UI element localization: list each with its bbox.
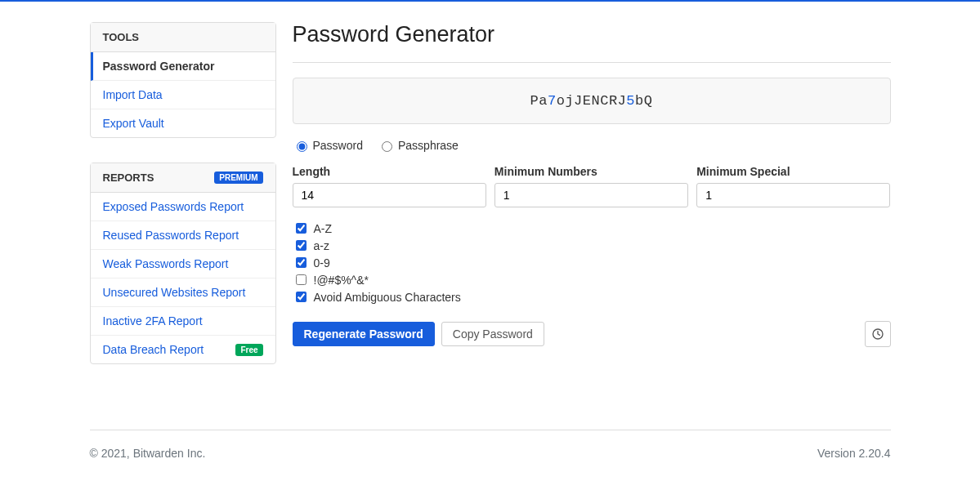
generated-password-display: Pa7ojJENCRJ5bQ [293,78,891,124]
radio-password-input[interactable] [297,141,307,152]
check-lowercase-input[interactable] [296,240,307,251]
sidebar-item-password-generator[interactable]: Password Generator [91,52,275,81]
check-lowercase-label: a-z [314,239,329,252]
check-lowercase[interactable]: a-z [293,238,891,253]
title-divider [293,62,891,63]
check-numbers[interactable]: 0-9 [293,255,891,270]
radio-passphrase-label: Passphrase [398,139,459,152]
sidebar-item-exposed-passwords[interactable]: Exposed Passwords Report [91,193,275,221]
check-uppercase[interactable]: A-Z [293,220,891,236]
tools-card: Tools Password Generator Import Data Exp… [90,22,276,138]
check-numbers-input[interactable] [296,257,307,268]
history-icon [871,327,884,341]
check-special-label: !@#$%^&* [314,274,369,287]
sidebar-item-label: Password Generator [103,60,215,73]
radio-passphrase-input[interactable] [382,141,392,152]
history-button[interactable] [865,321,891,347]
radio-passphrase[interactable]: Passphrase [378,139,459,152]
free-badge: Free [235,344,262,356]
length-input[interactable] [293,183,486,207]
page-title: Password Generator [293,22,891,47]
sidebar-item-label: Import Data [103,88,163,101]
sidebar-item-label: Unsecured Websites Report [103,286,246,299]
sidebar-item-label: Inactive 2FA Report [103,314,203,327]
sidebar-item-data-breach[interactable]: Data Breach Report Free [91,336,275,363]
password-type-radios: Password Passphrase [293,139,891,152]
sidebar-item-export-vault[interactable]: Export Vault [91,109,275,137]
regenerate-button[interactable]: Regenerate Password [293,322,435,346]
reports-card: Reports Premium Exposed Passwords Report… [90,163,276,364]
sidebar-item-import-data[interactable]: Import Data [91,81,275,109]
tools-header-label: Tools [103,31,140,43]
sidebar-item-label: Exposed Passwords Report [103,200,244,213]
footer-version: Version 2.20.4 [817,447,891,460]
check-ambiguous-label: Avoid Ambiguous Characters [314,291,461,304]
sidebar-item-inactive-2fa[interactable]: Inactive 2FA Report [91,307,275,336]
sidebar-item-weak-passwords[interactable]: Weak Passwords Report [91,250,275,278]
check-numbers-label: 0-9 [314,256,330,270]
check-uppercase-label: A-Z [314,222,333,235]
sidebar-item-label: Export Vault [103,117,164,130]
sidebar-item-label: Reused Passwords Report [103,229,239,242]
length-label: Length [293,165,486,178]
check-ambiguous-input[interactable] [296,292,307,302]
check-uppercase-input[interactable] [296,223,307,234]
copy-button[interactable]: Copy Password [441,322,544,346]
min-special-label: Minimum Special [696,165,890,178]
check-special[interactable]: !@#$%^&* [293,272,891,287]
sidebar-item-label: Data Breach Report [103,343,204,356]
footer: © 2021, Bitwarden Inc. Version 2.20.4 [90,430,891,460]
min-numbers-input[interactable] [494,183,688,207]
reports-header-label: Reports [103,172,154,184]
footer-copyright: © 2021, Bitwarden Inc. [90,447,206,460]
radio-password-label: Password [313,139,363,152]
sidebar-item-unsecured-websites[interactable]: Unsecured Websites Report [91,278,275,307]
premium-badge: Premium [214,172,262,184]
check-ambiguous[interactable]: Avoid Ambiguous Characters [293,289,891,305]
min-numbers-label: Minimum Numbers [494,165,688,178]
radio-password[interactable]: Password [293,139,363,152]
sidebar-item-label: Weak Passwords Report [103,257,229,270]
check-special-input[interactable] [296,274,307,285]
sidebar-item-reused-passwords[interactable]: Reused Passwords Report [91,221,275,250]
min-special-input[interactable] [696,183,890,207]
reports-header: Reports Premium [91,163,275,193]
tools-header: Tools [91,23,275,52]
